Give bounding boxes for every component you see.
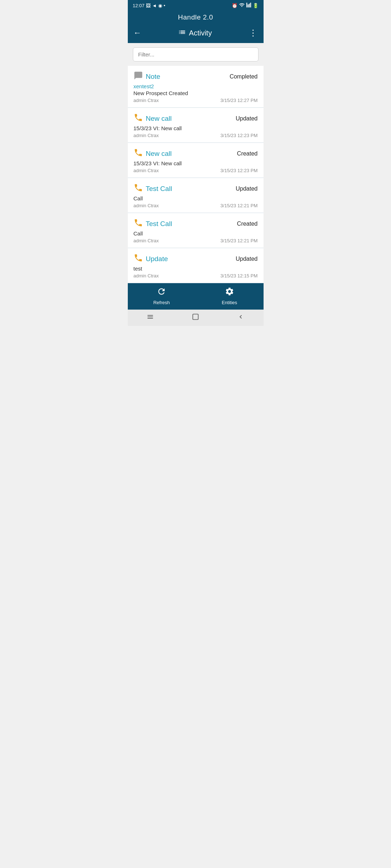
signal-icon (246, 2, 251, 9)
activity-title[interactable]: New call (146, 150, 172, 158)
refresh-icon (157, 287, 166, 298)
activity-footer: admin Ctrax 3/15/23 12:15 PM (134, 273, 258, 278)
activity-title-group: Note (134, 71, 160, 82)
activity-subtitle: Call (134, 195, 258, 201)
activity-header: New call Created (134, 148, 258, 159)
status-right: ⏰ 🔋 (232, 2, 258, 9)
activity-header: Test Call Updated (134, 183, 258, 195)
bottom-bar: Refresh Entities (128, 283, 264, 310)
page-title: Activity (189, 29, 212, 37)
activity-type-icon (134, 218, 143, 230)
entities-tab[interactable]: Entities (196, 287, 264, 305)
activity-list: Note Completed xentest2 New Prospect Cre… (128, 66, 264, 283)
activity-status: Created (237, 221, 258, 227)
activity-subtitle: 15/3/23 VI: New call (134, 125, 258, 131)
activity-time: 3/15/23 12:23 PM (220, 168, 258, 173)
filter-container (128, 43, 264, 66)
activity-footer: admin Ctrax 3/15/23 12:21 PM (134, 238, 258, 243)
alarm-icon: ⏰ (232, 3, 237, 8)
app-title: Handle 2.0 (128, 11, 264, 24)
android-menu-icon[interactable] (147, 313, 154, 322)
activity-title-group: Test Call (134, 183, 172, 195)
nav-center: Activity (178, 28, 212, 38)
note-icon (134, 71, 143, 80)
list-icon (178, 28, 186, 38)
activity-user: admin Ctrax (134, 168, 159, 173)
activity-item[interactable]: New call Updated 15/3/23 VI: New call ad… (128, 108, 264, 143)
phone-icon (134, 113, 143, 122)
activity-title[interactable]: Test Call (146, 220, 172, 228)
activity-footer: admin Ctrax 3/15/23 12:21 PM (134, 203, 258, 208)
wifi-icon (239, 2, 245, 9)
activity-type-icon (134, 253, 143, 265)
activity-header: New call Updated (134, 113, 258, 124)
activity-item[interactable]: Test Call Created Call admin Ctrax 3/15/… (128, 213, 264, 248)
activity-type-icon (134, 113, 143, 124)
entities-label: Entities (222, 300, 237, 305)
activity-time: 3/15/23 12:15 PM (220, 273, 258, 278)
android-nav (128, 310, 264, 326)
activity-header: Update Updated (134, 253, 258, 265)
back-button[interactable]: ← (134, 28, 142, 38)
activity-subtitle: test (134, 265, 258, 272)
activity-status: Created (237, 150, 258, 157)
activity-user: admin Ctrax (134, 98, 159, 103)
activity-time: 3/15/23 12:27 PM (220, 98, 258, 103)
activity-title[interactable]: Update (146, 255, 168, 263)
activity-time: 3/15/23 12:23 PM (220, 133, 258, 138)
dot-icon: • (164, 3, 165, 8)
activity-title-group: New call (134, 148, 172, 159)
activity-user: admin Ctrax (134, 133, 159, 138)
activity-footer: admin Ctrax 3/15/23 12:23 PM (134, 133, 258, 138)
activity-title-group: Test Call (134, 218, 172, 230)
phone-icon (134, 148, 143, 157)
activity-user: admin Ctrax (134, 238, 159, 243)
activity-item[interactable]: Test Call Updated Call admin Ctrax 3/15/… (128, 178, 264, 213)
activity-header: Test Call Created (134, 218, 258, 230)
activity-status: Completed (230, 73, 257, 80)
phone-icon (134, 253, 143, 263)
more-options-button[interactable]: ⋮ (249, 28, 258, 38)
activity-subtitle: Call (134, 230, 258, 237)
activity-user: admin Ctrax (134, 203, 159, 208)
activity-item[interactable]: New call Created 15/3/23 VI: New call ad… (128, 143, 264, 178)
status-bar: 12:07 🖼 ◄ ◉ • ⏰ 🔋 (128, 0, 264, 11)
activity-footer: admin Ctrax 3/15/23 12:27 PM (134, 98, 258, 103)
activity-header: Note Completed (134, 71, 258, 82)
activity-footer: admin Ctrax 3/15/23 12:23 PM (134, 168, 258, 173)
activity-title[interactable]: Note (146, 73, 160, 81)
activity-type-icon (134, 71, 143, 82)
svg-rect-0 (193, 314, 198, 320)
activity-type-icon (134, 148, 143, 159)
navigation-icon: ◄ (152, 3, 157, 8)
activity-type-icon (134, 183, 143, 195)
activity-title-group: New call (134, 113, 172, 124)
phone-icon (134, 218, 143, 227)
activity-status: Updated (236, 186, 258, 192)
refresh-tab[interactable]: Refresh (128, 287, 196, 305)
android-home-icon[interactable] (192, 313, 199, 322)
activity-user: admin Ctrax (134, 273, 159, 278)
gear-icon (225, 287, 234, 298)
activity-title[interactable]: Test Call (146, 185, 172, 193)
status-left: 12:07 🖼 ◄ ◉ • (133, 3, 165, 8)
activity-time: 3/15/23 12:21 PM (220, 203, 258, 208)
android-back-icon[interactable] (237, 313, 244, 322)
activity-status: Updated (236, 256, 258, 262)
activity-item[interactable]: Note Completed xentest2 New Prospect Cre… (128, 66, 264, 108)
chrome-icon: ◉ (158, 3, 162, 8)
activity-subtitle: 15/3/23 VI: New call (134, 160, 258, 166)
activity-title[interactable]: New call (146, 115, 172, 123)
phone-icon (134, 183, 143, 192)
refresh-label: Refresh (153, 300, 170, 305)
battery-icon: 🔋 (253, 3, 258, 8)
status-time: 12:07 (133, 3, 145, 8)
activity-subtitle: New Prospect Created (134, 90, 258, 96)
activity-item[interactable]: Update Updated test admin Ctrax 3/15/23 … (128, 248, 264, 283)
photo-icon: 🖼 (146, 3, 151, 8)
filter-input[interactable] (133, 47, 258, 61)
nav-bar: ← Activity ⋮ (128, 24, 264, 43)
activity-time: 3/15/23 12:21 PM (220, 238, 258, 243)
activity-subtitle-link[interactable]: xentest2 (134, 83, 258, 89)
activity-status: Updated (236, 115, 258, 122)
